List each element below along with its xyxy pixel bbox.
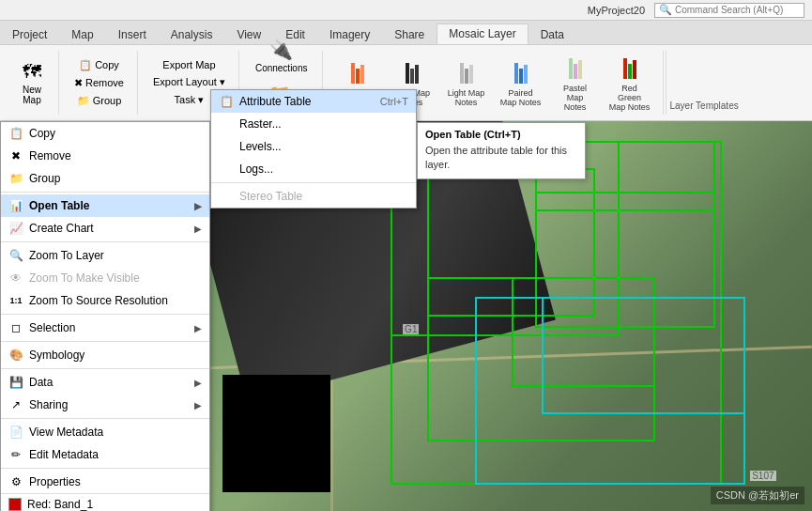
tab-share[interactable]: Share [382, 23, 437, 44]
new-map-group: 🗺 NewMap [6, 51, 59, 115]
submenu-raster[interactable]: Raster... [211, 113, 416, 135]
tab-mosaic-layer[interactable]: Mosaic Layer [437, 23, 528, 44]
tooltip-title: Open Table (Ctrl+T) [425, 129, 577, 140]
ctx-symbology[interactable]: 🎨 Symbology [1, 344, 209, 366]
search-icon: 🔍 [659, 4, 672, 16]
bright-notes-icon [351, 58, 364, 88]
pastel-notes-icon [569, 54, 582, 84]
light-notes-icon [460, 58, 473, 88]
group-icon: 📁 [77, 95, 90, 107]
levels-icon [219, 139, 234, 154]
sharing-icon: ↗ [8, 397, 23, 412]
connections-button[interactable]: 🔌 Connections [249, 34, 314, 78]
submenu-levels[interactable]: Levels... [211, 135, 416, 158]
red-green-map-notes-button[interactable]: Red GreenMap Notes [605, 50, 655, 116]
raster-icon [219, 116, 234, 132]
attr-table-icon: 📋 [219, 94, 234, 109]
stereo-icon [219, 189, 234, 204]
ctx-sharing[interactable]: ↗ Sharing ▶ [1, 394, 209, 416]
create-chart-icon: 📈 [8, 221, 23, 236]
watermark: CSDN @若如初er [711, 487, 804, 504]
view-metadata-icon: 📄 [8, 425, 23, 440]
ctx-copy[interactable]: 📋 Copy [1, 122, 209, 145]
main-area: Con ⚗ 📋 Copy ✖ Remove 📁 Group [0, 121, 812, 511]
data-arrow: ▶ [194, 378, 202, 388]
submenu-logs[interactable]: Logs... [211, 158, 416, 180]
black-area [222, 375, 330, 492]
clipboard-buttons: 📋 Copy [73, 56, 125, 74]
ctx-zoom-visible: 👁 Zoom To Make Visible [1, 267, 209, 289]
attr-table-shortcut: Ctrl+T [380, 96, 408, 107]
road-label-s107: S107 [750, 471, 775, 481]
layer-templates-label: Layer Templates [666, 51, 743, 115]
search-input[interactable] [675, 5, 797, 15]
separator-7 [1, 468, 209, 469]
clipboard-group: 📋 Copy ✖ Remove 📁 Group [61, 51, 138, 115]
ctx-selection[interactable]: ◻ Selection ▶ [1, 317, 209, 339]
ctx-remove[interactable]: ✖ Remove [1, 145, 209, 167]
export-task-button[interactable]: Task ▾ [169, 91, 210, 109]
open-table-tooltip: Open Table (Ctrl+T) Open the attribute t… [417, 122, 586, 179]
copy-button[interactable]: 📋 Copy [73, 56, 125, 74]
ctx-group[interactable]: 📁 Group [1, 167, 209, 190]
open-table-icon: 📊 [8, 198, 23, 213]
submenu-attribute-table[interactable]: 📋 Attribute Table Ctrl+T [211, 90, 416, 113]
ctx-open-table[interactable]: 📊 Open Table ▶ [1, 194, 209, 217]
tab-analysis[interactable]: Analysis [159, 23, 225, 44]
zoom-visible-icon: 👁 [8, 271, 23, 286]
top-bar: MyProject20 🔍 [0, 0, 812, 21]
zoom-source-icon: 1:1 [8, 293, 23, 308]
submenu-separator [211, 182, 416, 183]
connections-icon: 🔌 [269, 39, 293, 61]
tab-project[interactable]: Project [0, 23, 59, 44]
separator-5 [1, 368, 209, 369]
paired-map-notes-button[interactable]: PairedMap Notes [496, 54, 546, 111]
red-green-notes-icon [623, 54, 636, 84]
properties-icon: ⚙ [8, 474, 23, 489]
edit-metadata-icon: ✏ [8, 447, 23, 462]
separator-1 [1, 192, 209, 193]
submenu-stereo-table: Stereo Table [211, 185, 416, 208]
new-map-icon: 🗺 [23, 61, 41, 83]
open-table-submenu: 📋 Attribute Table Ctrl+T Raster... Level… [210, 89, 417, 209]
separator-2 [1, 241, 209, 242]
selection-icon: ◻ [8, 320, 23, 335]
tab-map[interactable]: Map [59, 23, 105, 44]
ctx-zoom-to-layer[interactable]: 🔍 Zoom To Layer [1, 244, 209, 267]
light-map-notes-button[interactable]: Light MapNotes [441, 54, 492, 111]
ctx-edit-metadata[interactable]: ✏ Edit Metadata [1, 443, 209, 466]
copy-icon: 📋 [79, 59, 92, 71]
tooltip-desc: Open the attribute table for this layer. [425, 144, 577, 173]
band-red: Red: Band_1 [1, 493, 209, 511]
red-swatch [8, 498, 22, 511]
ctx-zoom-source[interactable]: 1:1 Zoom To Source Resolution [1, 289, 209, 312]
left-panel: Con ⚗ 📋 Copy ✖ Remove 📁 Group [0, 121, 210, 511]
ctx-view-metadata[interactable]: 📄 View Metadata [1, 421, 209, 443]
ribbon-tabs: Project Map Insert Analysis View Edit Im… [0, 21, 812, 45]
ctx-create-chart[interactable]: 📈 Create Chart ▶ [1, 217, 209, 240]
remove-icon: ✖ [74, 77, 83, 89]
group-button[interactable]: 📁 Group [71, 92, 128, 110]
ctx-data[interactable]: 💾 Data ▶ [1, 371, 209, 394]
copy-ctx-icon: 📋 [8, 126, 23, 141]
cyan-rect-2 [542, 297, 746, 414]
pastel-map-notes-button[interactable]: Pastel MapNotes [550, 50, 601, 116]
new-map-button[interactable]: 🗺 NewMap [13, 56, 51, 110]
tab-insert[interactable]: Insert [106, 23, 159, 44]
data-icon: 💾 [8, 375, 23, 390]
export-map-button[interactable]: Export Map [157, 56, 221, 73]
ctx-properties[interactable]: ⚙ Properties [1, 471, 209, 493]
dark-notes-icon [406, 58, 419, 88]
command-search-box[interactable]: 🔍 [654, 3, 804, 18]
open-table-arrow: ▶ [194, 201, 202, 211]
create-chart-arrow: ▶ [194, 224, 202, 234]
remove-button[interactable]: ✖ Remove [69, 74, 130, 92]
logs-icon [219, 162, 234, 177]
sharing-arrow: ▶ [194, 400, 202, 410]
group-ctx-icon: 📁 [8, 171, 23, 186]
symbology-icon: 🎨 [8, 348, 23, 363]
tab-data[interactable]: Data [529, 23, 576, 44]
paired-notes-icon [514, 58, 528, 88]
tab-imagery[interactable]: Imagery [317, 23, 382, 44]
remove-ctx-icon: ✖ [8, 148, 23, 163]
